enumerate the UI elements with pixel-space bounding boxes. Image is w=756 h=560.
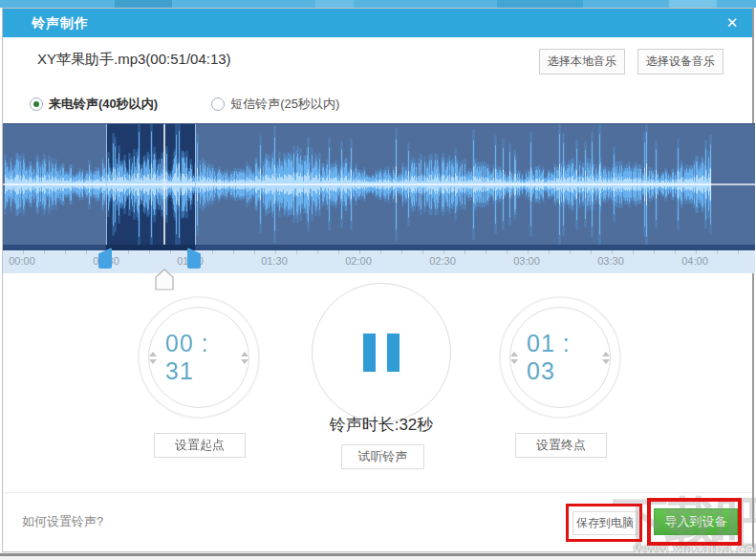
stepper-up-icon[interactable]	[241, 352, 248, 356]
set-start-button[interactable]: 设置起点	[154, 433, 246, 458]
radio-call-ringtone[interactable]: 来电铃声(40秒以内)	[30, 96, 158, 113]
current-track-label: XY苹果助手.mp3(00:51/04:13)	[37, 51, 231, 69]
start-time-stepper-left[interactable]	[149, 352, 157, 364]
start-time-dial: 00 : 31	[138, 296, 260, 419]
playhead-marker[interactable]	[155, 269, 174, 291]
end-time-stepper-right[interactable]	[602, 352, 610, 364]
dialog-title: 铃声制作	[32, 9, 89, 37]
start-time-stepper-right[interactable]	[241, 352, 248, 364]
start-time-dial-inner: 00 : 31	[148, 307, 249, 408]
background-page-sliver	[0, 0, 756, 8]
footer-divider	[3, 492, 752, 493]
end-time-value: 01 : 03	[527, 330, 594, 385]
ringtone-maker-dialog: 铃声制作 ✕ XY苹果助手.mp3(00:51/04:13) 选择本地音乐 选择…	[2, 8, 754, 552]
dialog-titlebar: 铃声制作 ✕	[3, 9, 752, 37]
waveform-panel[interactable]	[3, 123, 755, 245]
play-pause-button[interactable]	[312, 283, 451, 422]
save-to-pc-button[interactable]: 保存到电脑	[572, 511, 637, 535]
timeline-ruler[interactable]: 00:00 00:30 01:00 01:30 02:00 02:30 03:0…	[3, 250, 755, 273]
radio-unselected-icon	[211, 97, 225, 111]
end-time-dial-inner: 01 : 03	[509, 307, 611, 408]
background-fragment	[497, 0, 583, 8]
timeline-label: 03:00	[513, 255, 540, 267]
background-divider-line	[0, 553, 756, 556]
timeline-label: 02:00	[345, 255, 372, 267]
stepper-down-icon[interactable]	[149, 359, 157, 364]
stepper-down-icon[interactable]	[241, 359, 248, 364]
radio-selected-icon	[30, 97, 43, 111]
choose-local-music-button[interactable]: 选择本地音乐	[539, 49, 625, 75]
end-time-stepper-left[interactable]	[510, 352, 518, 364]
pause-icon	[363, 334, 400, 372]
waveform-canvas[interactable]	[3, 124, 755, 245]
timeline-label: 02:30	[429, 255, 456, 267]
timeline-label: 03:30	[597, 255, 624, 267]
timeline-label: 01:30	[261, 255, 288, 267]
stepper-up-icon[interactable]	[510, 352, 518, 356]
timeline-label: 04:00	[681, 255, 708, 267]
set-end-button[interactable]: 设置终点	[515, 433, 607, 458]
ringtone-type-group: 来电铃声(40秒以内) 短信铃声(25秒以内)	[30, 93, 339, 116]
background-fragment	[669, 0, 717, 8]
radio-sms-label: 短信铃声(25秒以内)	[230, 96, 339, 113]
stepper-down-icon[interactable]	[510, 359, 518, 364]
radio-sms-ringtone[interactable]: 短信铃声(25秒以内)	[211, 96, 339, 113]
how-to-set-ringtone-link[interactable]: 如何设置铃声?	[22, 513, 103, 530]
timeline-label: 00:00	[9, 255, 35, 267]
choose-device-music-button[interactable]: 选择设备音乐	[637, 49, 724, 75]
screen: 铃声制作 ✕ XY苹果助手.mp3(00:51/04:13) 选择本地音乐 选择…	[0, 0, 756, 560]
close-icon[interactable]: ✕	[718, 9, 746, 37]
end-time-dial: 01 : 03	[499, 296, 621, 419]
ringtone-duration-label: 铃声时长:32秒	[286, 414, 477, 436]
background-fragment	[315, 0, 354, 8]
radio-call-label: 来电铃声(40秒以内)	[49, 96, 158, 113]
background-bottom-sliver	[0, 552, 756, 560]
preview-ringtone-button[interactable]: 试听铃声	[341, 444, 424, 469]
minor-ticks	[3, 250, 755, 254]
import-to-device-button[interactable]: 导入到设备	[654, 508, 738, 535]
stepper-up-icon[interactable]	[149, 352, 157, 356]
stepper-down-icon[interactable]	[602, 359, 610, 364]
stepper-up-icon[interactable]	[602, 352, 610, 356]
background-fragment	[115, 0, 172, 8]
start-time-value: 00 : 31	[165, 330, 232, 385]
